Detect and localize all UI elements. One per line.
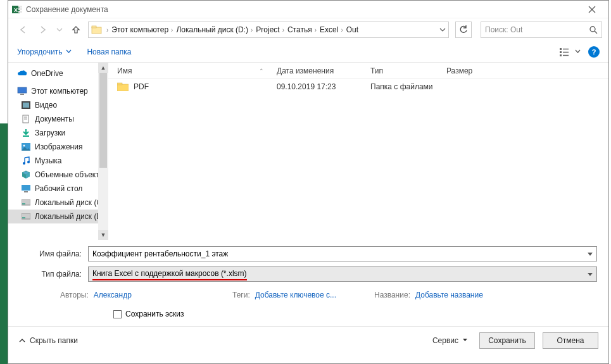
svg-point-9	[590, 27, 595, 32]
title-meta-label: Название:	[374, 291, 410, 299]
folder-icon	[117, 82, 129, 91]
svg-rect-30	[24, 191, 28, 192]
desktop-icon	[21, 184, 31, 194]
svg-rect-32	[22, 203, 25, 204]
filename-input[interactable]: Коэффициент рентабельности_1 этаж	[88, 246, 597, 261]
tree-disk-c[interactable]: Локальный диск (C:)	[8, 196, 108, 210]
close-button[interactable]	[579, 1, 605, 18]
tree-this-pc[interactable]: Этот компьютер	[8, 84, 108, 98]
list-item[interactable]: PDF 09.10.2019 17:23 Папка с файлами	[108, 79, 608, 94]
svg-rect-17	[18, 87, 27, 93]
crumb-root[interactable]: ›Этот компьютер	[105, 25, 170, 34]
svg-rect-7	[92, 27, 101, 34]
chevron-up-icon	[18, 337, 26, 344]
filetype-select[interactable]: Книга Excel с поддержкой макросов (*.xls…	[88, 267, 597, 282]
col-date-header[interactable]: Дата изменения	[277, 66, 370, 75]
recent-dropdown[interactable]	[55, 22, 64, 38]
hide-folders-button[interactable]: Скрыть папки	[18, 336, 78, 345]
scroll-down-icon[interactable]: ▼	[98, 230, 108, 240]
save-button[interactable]: Сохранить	[479, 332, 535, 349]
address-bar[interactable]: ›Этот компьютер ›Локальный диск (D:) ›Pr…	[88, 22, 449, 38]
svg-rect-35	[117, 84, 129, 91]
organize-menu[interactable]: Упорядочить	[17, 47, 72, 56]
svg-rect-18	[20, 94, 24, 95]
address-dropdown[interactable]	[439, 27, 446, 33]
col-name-header[interactable]: Имя⌃	[117, 66, 277, 75]
authors-value[interactable]: Александр	[94, 291, 132, 299]
tree-pictures[interactable]: Изображения	[8, 140, 108, 154]
filename-label: Имя файла:	[20, 249, 88, 258]
tags-label: Теги:	[232, 291, 250, 299]
svg-rect-20	[23, 103, 29, 108]
svg-line-10	[595, 31, 597, 34]
tree-video[interactable]: Видео	[8, 98, 108, 112]
save-dialog: X Сохранение документа ›Этот компьютер ›…	[8, 0, 609, 364]
tags-value[interactable]: Добавьте ключевое с...	[255, 291, 336, 299]
file-type: Папка с файлами	[370, 82, 446, 91]
svg-point-27	[23, 162, 25, 165]
svg-point-26	[23, 145, 25, 147]
file-date: 09.10.2019 17:23	[277, 82, 370, 91]
crumb-2[interactable]: ›Project	[249, 25, 281, 34]
music-icon	[21, 156, 31, 166]
downloads-icon	[21, 128, 31, 138]
cube-icon	[21, 170, 31, 180]
crumb-3[interactable]: ›Статья	[281, 25, 313, 34]
tree-desktop[interactable]: Рабочий стол	[8, 182, 108, 196]
cancel-button[interactable]: Отмена	[543, 332, 598, 349]
up-button[interactable]	[68, 22, 84, 38]
svg-rect-36	[117, 83, 122, 85]
nav-tree: OneDrive Этот компьютер Видео Документы …	[8, 63, 108, 240]
scroll-thumb[interactable]	[99, 73, 107, 168]
tree-onedrive[interactable]: OneDrive	[8, 66, 108, 80]
tree-music[interactable]: Музыка	[8, 154, 108, 168]
file-list: Имя⌃ Дата изменения Тип Размер PDF 09.10…	[108, 63, 608, 240]
crumb-4[interactable]: ›Excel	[313, 25, 340, 34]
new-folder-button[interactable]: Новая папка	[87, 47, 131, 56]
cloud-icon	[17, 68, 27, 78]
dialog-footer: Скрыть папки Сервис Сохранить Отмена	[8, 326, 608, 354]
sidebar-scrollbar[interactable]: ▲ ▼	[98, 63, 108, 240]
tree-3d[interactable]: Объемные объекты	[8, 168, 108, 182]
svg-rect-4	[18, 11, 22, 13]
search-input[interactable]: Поиск: Out	[481, 22, 602, 38]
svg-rect-3	[18, 8, 22, 10]
svg-rect-34	[22, 217, 25, 218]
content-area: OneDrive Этот компьютер Видео Документы …	[8, 63, 608, 240]
file-name: PDF	[134, 82, 149, 91]
col-type-header[interactable]: Тип	[370, 66, 446, 75]
crumb-5[interactable]: ›Out	[339, 25, 360, 34]
svg-rect-11	[560, 48, 562, 50]
tree-documents[interactable]: Документы	[8, 112, 108, 126]
view-options-button[interactable]	[560, 47, 581, 56]
sort-caret-icon: ⌃	[259, 68, 264, 74]
svg-rect-29	[22, 185, 30, 191]
crumb-1[interactable]: ›Локальный диск (D:)	[170, 25, 249, 34]
forward-button[interactable]	[35, 22, 51, 38]
service-menu[interactable]: Сервис	[429, 336, 472, 345]
help-button[interactable]: ?	[588, 46, 600, 58]
excel-app-strip	[0, 123, 8, 364]
documents-icon	[21, 114, 31, 124]
pictures-icon	[21, 142, 31, 152]
authors-label: Авторы:	[60, 291, 89, 299]
svg-text:X: X	[14, 7, 18, 13]
search-icon	[589, 25, 598, 34]
svg-point-28	[27, 161, 30, 163]
save-thumb-checkbox[interactable]	[113, 310, 122, 318]
chevron-down-icon	[462, 337, 468, 343]
tree-disk-d[interactable]: Локальный диск (D:)	[8, 210, 108, 223]
back-button[interactable]	[15, 22, 31, 38]
save-fields-panel: Имя файла: Коэффициент рентабельности_1 …	[8, 240, 608, 326]
refresh-button[interactable]	[455, 22, 472, 38]
title-meta-value[interactable]: Добавьте название	[415, 291, 483, 299]
column-headers: Имя⌃ Дата изменения Тип Размер	[108, 63, 608, 79]
svg-rect-8	[92, 26, 96, 28]
svg-rect-12	[560, 51, 562, 53]
pc-icon	[17, 86, 27, 96]
scroll-up-icon[interactable]: ▲	[98, 63, 108, 73]
col-size-header[interactable]: Размер	[446, 66, 510, 75]
folder-icon	[91, 24, 103, 35]
tree-downloads[interactable]: Загрузки	[8, 126, 108, 140]
video-icon	[21, 100, 31, 110]
